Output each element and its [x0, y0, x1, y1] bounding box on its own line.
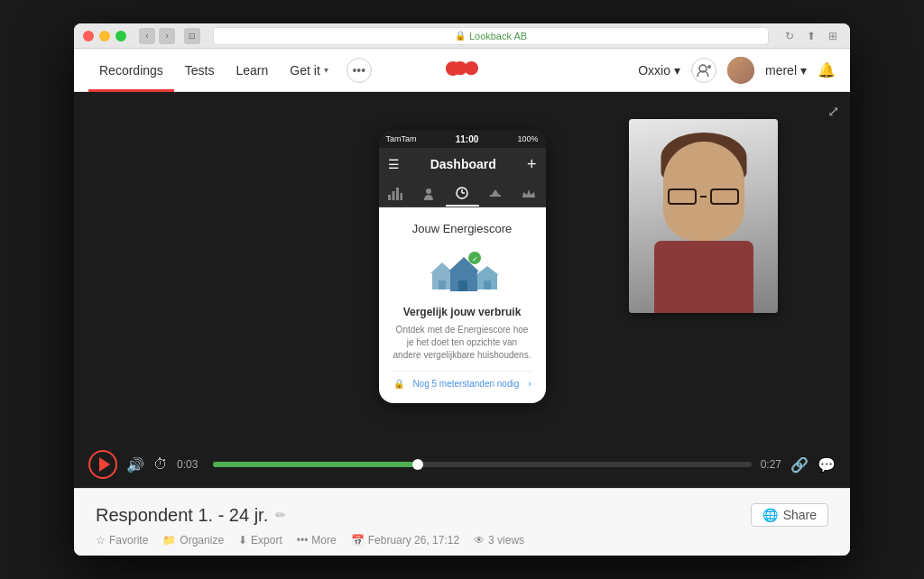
mac-titlebar: ‹ › ⊡ 🔒 Lookback AB ↻ ⬆ ⊞ [74, 23, 850, 49]
user-name-menu[interactable]: merel ▾ [765, 63, 807, 78]
mobile-menu-icon: ☰ [388, 157, 400, 171]
mobile-card-title: Jouw Energiescore [393, 222, 531, 235]
nav-links: Recordings Tests Learn Get it ▾ ••• [88, 49, 638, 92]
mobile-card-body: Ontdek met de Energiescore hoe je het do… [393, 324, 531, 362]
ssl-lock-icon: 🔒 [455, 31, 466, 41]
glasses-right [710, 188, 739, 205]
user-avatar[interactable] [727, 57, 754, 84]
glasses-left [668, 188, 697, 205]
view-button[interactable]: ⊡ [184, 28, 200, 44]
edit-name-button[interactable]: ✏ [275, 508, 286, 522]
export-item[interactable]: ⬇ Export [238, 534, 282, 547]
bottom-panel: Respondent 1. - 24 jr. ✏ 🌐 Share ☆ Favor… [74, 488, 850, 556]
mobile-title: Dashboard [430, 157, 496, 171]
mobile-card: Jouw Energiescore ✓ [379, 207, 546, 403]
svg-rect-4 [393, 191, 395, 200]
views-item: 👁 3 views [474, 534, 524, 547]
calendar-icon: 📅 [351, 534, 365, 547]
face-camera [629, 119, 778, 313]
glasses-bridge [700, 196, 707, 198]
person-shirt [654, 241, 753, 313]
back-button[interactable]: ‹ [139, 28, 155, 44]
mobile-tab-person [412, 180, 446, 207]
svg-rect-22 [484, 280, 491, 290]
share-globe-icon: 🌐 [762, 508, 778, 522]
org-selector[interactable]: Oxxio ▾ [638, 63, 680, 78]
mac-window: ‹ › ⊡ 🔒 Lookback AB ↻ ⬆ ⊞ Recordings Tes… [74, 23, 850, 556]
progress-thumb[interactable] [412, 459, 423, 470]
total-time: 0:27 [761, 458, 781, 471]
play-icon [99, 457, 110, 472]
person-head [663, 142, 744, 241]
mobile-add-icon: + [527, 155, 537, 174]
battery-label: 100% [517, 134, 538, 143]
maximize-window-button[interactable] [116, 31, 126, 41]
forward-button[interactable]: › [159, 28, 175, 44]
toolbar-right: ↻ ⬆ ⊞ [781, 28, 841, 44]
bottom-panel-top: Respondent 1. - 24 jr. ✏ 🌐 Share [96, 503, 828, 527]
comment-button[interactable]: 💬 [818, 456, 836, 473]
nav-getit[interactable]: Get it ▾ [279, 49, 338, 92]
mobile-status-bar: TamTam 11:00 100% [379, 130, 546, 148]
nav-more-button[interactable]: ••• [346, 58, 372, 83]
share-link-button[interactable]: 🔗 [790, 456, 808, 473]
minimize-window-button[interactable] [99, 31, 110, 41]
svg-rect-11 [490, 195, 501, 197]
notifications-bell[interactable]: 🔔 [818, 61, 836, 78]
nav-buttons: ‹ › [139, 28, 175, 44]
more-item[interactable]: ••• More [297, 534, 337, 547]
main-content: ⤢ TamTam 11:00 100% ☰ Dashboard + [74, 92, 850, 488]
mobile-card-link: 🔒 Nog 5 meterstanden nodig › [393, 371, 531, 389]
mobile-tab-clock [446, 180, 479, 207]
nav-learn[interactable]: Learn [226, 49, 280, 92]
add-user-button[interactable] [691, 58, 716, 83]
close-window-button[interactable] [83, 31, 94, 41]
refresh-button[interactable]: ↻ [781, 28, 798, 44]
bottom-panel-meta: ☆ Favorite 📁 Organize ⬇ Export ••• More … [96, 534, 828, 547]
mobile-navbar: ☰ Dashboard + [379, 148, 546, 180]
mobile-screen: TamTam 11:00 100% ☰ Dashboard + [379, 130, 546, 403]
organize-item[interactable]: 📁 Organize [162, 534, 224, 547]
expand-button[interactable]: ⤢ [827, 103, 839, 120]
houses-illustration: ✓ [417, 246, 507, 299]
play-button[interactable] [88, 450, 117, 479]
svg-marker-20 [476, 266, 499, 275]
current-time: 0:03 [177, 458, 204, 471]
carrier-label: TamTam [386, 134, 417, 143]
mobile-tab-hat [479, 180, 513, 207]
svg-rect-3 [388, 195, 391, 200]
date-item: 📅 February 26, 17:12 [351, 534, 459, 547]
progress-fill [213, 462, 418, 467]
app-logo [446, 60, 478, 81]
share-toolbar-button[interactable]: ⬆ [803, 28, 819, 44]
nav-tests[interactable]: Tests [174, 49, 226, 92]
mobile-tab-crown [513, 180, 546, 207]
svg-text:✓: ✓ [472, 255, 478, 263]
nav-recordings[interactable]: Recordings [88, 49, 174, 92]
video-area: ⤢ TamTam 11:00 100% ☰ Dashboard + [74, 92, 850, 441]
share-button[interactable]: 🌐 Share [751, 503, 828, 527]
address-bar[interactable]: 🔒 Lookback AB [213, 27, 769, 45]
mobile-card-subtitle: Vergelijk jouw verbruik [393, 306, 531, 318]
app-navbar: Recordings Tests Learn Get it ▾ ••• [74, 49, 850, 92]
svg-rect-14 [439, 280, 446, 290]
more-icon: ••• [297, 534, 309, 547]
svg-point-7 [426, 188, 431, 194]
playback-controls: 🔊 ⏱ 0:03 0:27 🔗 💬 [74, 441, 850, 488]
favorite-icon: ☆ [96, 534, 106, 547]
mobile-time: 11:00 [456, 134, 479, 144]
svg-rect-6 [401, 193, 403, 200]
mobile-tab-chart [379, 180, 412, 207]
progress-bar[interactable] [213, 462, 752, 467]
export-icon: ⬇ [238, 534, 247, 547]
respondent-name: Respondent 1. - 24 jr. ✏ [96, 505, 286, 526]
nav-right: Oxxio ▾ merel ▾ 🔔 [638, 57, 836, 84]
mobile-tab-bar [379, 180, 546, 207]
getit-dropdown-arrow: ▾ [324, 65, 328, 75]
favorite-item[interactable]: ☆ Favorite [96, 534, 148, 547]
svg-rect-17 [458, 280, 467, 291]
volume-button[interactable]: 🔊 [126, 456, 144, 473]
person-glasses [668, 188, 740, 205]
speed-button[interactable]: ⏱ [153, 456, 168, 473]
new-tab-button[interactable]: ⊞ [825, 28, 841, 44]
